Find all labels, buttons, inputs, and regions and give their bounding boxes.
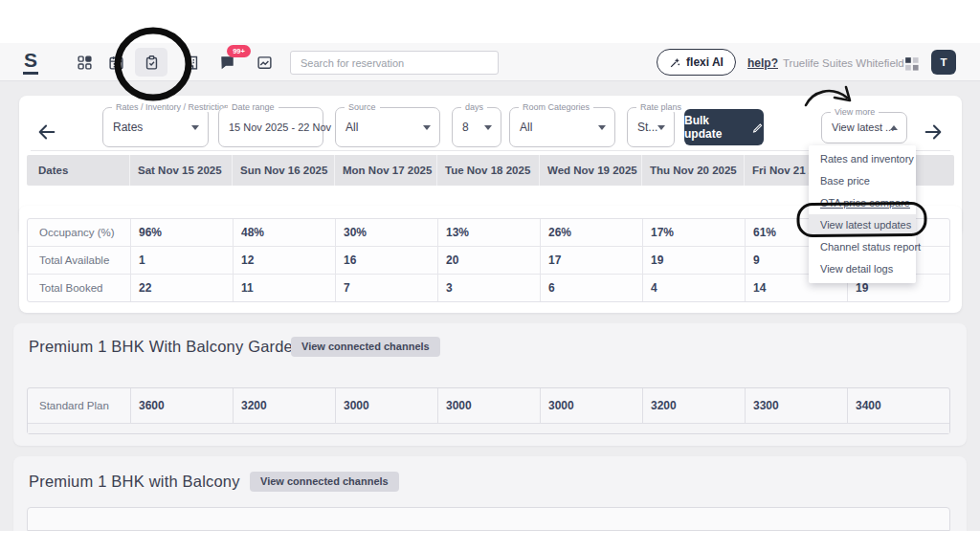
rates-calendar-active-button[interactable] bbox=[135, 48, 167, 77]
user-avatar[interactable]: T bbox=[931, 50, 956, 75]
top-navigation-bar: S bbox=[0, 43, 980, 81]
rate-cell[interactable]: 3200 bbox=[642, 388, 745, 423]
rate-cell[interactable]: 3000 bbox=[437, 388, 540, 423]
screenshot-stage: S bbox=[0, 0, 980, 551]
view-more-dropdown-menu: Rates and inventory Base price OTA price… bbox=[809, 145, 916, 283]
room-type-title: Premium 1 BHK with Balcony bbox=[29, 473, 240, 491]
booked-cell: 4 bbox=[642, 275, 745, 301]
date-range-value: 15 Nov 2025 - 22 Nov bbox=[229, 108, 331, 146]
room-section-garden-view: Premium 1 BHK With Balcony Garden View V… bbox=[13, 323, 967, 446]
hotel-icon[interactable] bbox=[184, 55, 200, 71]
row-label: Total Booked bbox=[28, 275, 130, 301]
date-column-header: Thu Nov 20 2025 bbox=[641, 155, 744, 186]
rate-plan-table: Standard Plan 3600 3200 3000 3000 3000 3… bbox=[27, 387, 950, 434]
available-cell: 16 bbox=[335, 247, 437, 274]
row-label: Occupancy (%) bbox=[28, 219, 130, 246]
rate-cell[interactable]: 3000 bbox=[540, 388, 642, 423]
notification-count-badge: 99+ bbox=[227, 45, 251, 57]
clipboard-check-icon bbox=[144, 55, 160, 71]
occupancy-cell: 30% bbox=[335, 219, 437, 246]
table-row-standard-plan: Standard Plan 3600 3200 3000 3000 3000 3… bbox=[28, 388, 949, 423]
menu-item-rates-and-inventory[interactable]: Rates and inventory bbox=[809, 148, 916, 170]
back-arrow-button[interactable] bbox=[36, 121, 57, 143]
days-select[interactable]: days 8 bbox=[452, 107, 501, 147]
menu-item-channel-status-report[interactable]: Channel status report bbox=[809, 236, 916, 258]
pencil-icon bbox=[752, 121, 764, 134]
available-cell: 20 bbox=[437, 247, 540, 274]
dashboard-icon[interactable] bbox=[77, 55, 93, 71]
days-value: 8 bbox=[462, 108, 469, 146]
booked-cell: 11 bbox=[233, 275, 335, 301]
view-more-value: View latest ... bbox=[832, 113, 894, 143]
booked-cell: 22 bbox=[130, 275, 233, 301]
chevron-up-icon bbox=[890, 125, 898, 130]
calendar-icon[interactable] bbox=[108, 55, 124, 71]
occupancy-cell: 96% bbox=[130, 219, 233, 246]
flexi-ai-button[interactable]: flexi AI bbox=[657, 49, 736, 76]
view-more-select[interactable]: View more View latest ... bbox=[821, 112, 907, 143]
date-range-picker[interactable]: Date range 15 Nov 2025 - 22 Nov bbox=[218, 107, 323, 147]
property-name: Truelife Suites Whitefield bbox=[783, 57, 904, 69]
menu-item-view-latest-updates[interactable]: View latest updates bbox=[809, 214, 916, 236]
rate-plan-label: Standard Plan bbox=[28, 388, 130, 423]
report-icon[interactable] bbox=[256, 55, 273, 71]
rates-inventory-value: Rates bbox=[113, 108, 143, 146]
rate-cell[interactable]: 3300 bbox=[745, 388, 847, 423]
rate-plans-select[interactable]: Rate plans St... bbox=[627, 107, 675, 147]
room-section-balcony: Premium 1 BHK with Balcony View connecte… bbox=[13, 456, 967, 531]
rate-plan-table-top bbox=[27, 507, 950, 531]
menu-item-view-detail-logs[interactable]: View detail logs bbox=[809, 258, 916, 280]
booked-cell: 3 bbox=[437, 275, 540, 301]
date-column-header: Mon Nov 17 2025 bbox=[334, 155, 436, 186]
forward-arrow-button[interactable] bbox=[923, 121, 944, 143]
occupancy-cell: 48% bbox=[233, 219, 335, 246]
room-categories-select[interactable]: Room Categories All bbox=[509, 107, 615, 147]
chevron-down-icon bbox=[598, 125, 606, 130]
occupancy-cell: 13% bbox=[437, 219, 540, 246]
app-switcher-icon[interactable] bbox=[903, 55, 920, 72]
available-cell: 1 bbox=[130, 247, 233, 274]
available-cell: 17 bbox=[540, 247, 642, 274]
booked-cell: 6 bbox=[540, 275, 642, 301]
view-connected-channels-button[interactable]: View connected channels bbox=[250, 472, 399, 492]
bulk-update-label: Bulk update bbox=[684, 114, 746, 141]
source-value: All bbox=[345, 108, 358, 146]
date-column-header: Sat Nov 15 2025 bbox=[129, 155, 232, 186]
rate-cell[interactable]: 3000 bbox=[335, 388, 437, 423]
rate-cell[interactable]: 3400 bbox=[847, 388, 949, 423]
chevron-down-icon bbox=[191, 125, 199, 130]
occupancy-cell: 26% bbox=[540, 219, 642, 246]
rate-cell[interactable]: 3200 bbox=[233, 388, 335, 423]
chevron-down-icon bbox=[484, 125, 492, 130]
magic-wand-icon bbox=[669, 56, 681, 69]
source-select[interactable]: Source All bbox=[335, 107, 440, 147]
rate-plans-value: St... bbox=[637, 108, 657, 146]
booked-cell: 7 bbox=[335, 275, 437, 301]
chevron-down-icon bbox=[423, 125, 431, 130]
chevron-down-icon bbox=[657, 125, 665, 130]
table-footer-strip bbox=[28, 423, 949, 433]
menu-item-base-price[interactable]: Base price bbox=[809, 170, 916, 192]
row-label: Total Available bbox=[28, 247, 130, 274]
flexi-ai-label: flexi AI bbox=[686, 55, 724, 69]
bulk-update-button[interactable]: Bulk update bbox=[684, 109, 764, 145]
app-window: S bbox=[0, 43, 980, 531]
rates-inventory-select[interactable]: Rates / Inventory / Restrictions Rates bbox=[102, 107, 209, 147]
date-column-header: Wed Nov 19 2025 bbox=[539, 155, 641, 186]
staah-logo[interactable]: S bbox=[23, 49, 38, 75]
view-connected-channels-button[interactable]: View connected channels bbox=[291, 337, 440, 357]
date-column-header: Tue Nov 18 2025 bbox=[436, 155, 539, 186]
dates-header-label: Dates bbox=[27, 155, 129, 186]
available-cell: 19 bbox=[642, 247, 745, 274]
menu-item-ota-price-compare[interactable]: OTA price compare bbox=[809, 192, 916, 214]
reservation-search bbox=[290, 51, 499, 75]
date-column-header: Sun Nov 16 2025 bbox=[232, 155, 334, 186]
occupancy-cell: 17% bbox=[642, 219, 745, 246]
room-categories-value: All bbox=[520, 108, 532, 146]
help-link[interactable]: help? bbox=[747, 56, 778, 70]
search-input[interactable] bbox=[291, 52, 498, 74]
available-cell: 12 bbox=[233, 247, 335, 274]
rate-cell[interactable]: 3600 bbox=[130, 388, 233, 423]
